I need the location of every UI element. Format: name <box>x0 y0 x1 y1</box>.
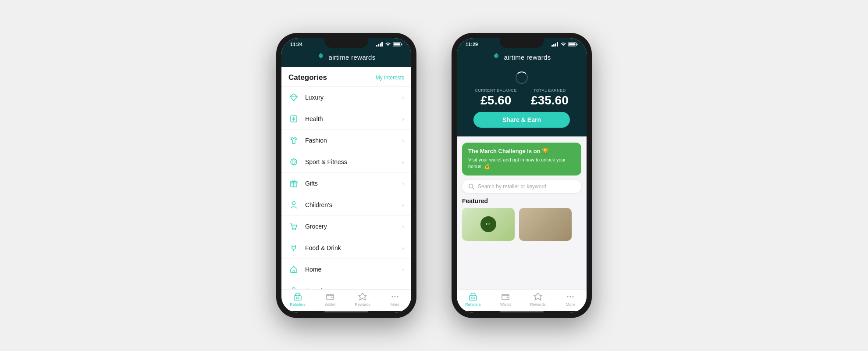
cat-label-grocery: Grocery <box>305 223 396 230</box>
app-title-1: airtime rewards <box>328 54 375 61</box>
cat-arrow-grocery: › <box>402 223 404 230</box>
cat-label-home: Home <box>305 266 396 273</box>
current-balance-value: £5.60 <box>475 93 517 107</box>
home-indicator-2 <box>457 311 587 313</box>
category-item-sport[interactable]: Sport & Fitness › <box>281 151 411 173</box>
more-icon-1 <box>391 292 399 301</box>
rewards-icon-2 <box>534 292 542 301</box>
svg-point-18 <box>292 229 294 230</box>
cat-icon-sport <box>288 157 299 167</box>
svg-point-17 <box>292 202 295 205</box>
svg-point-45 <box>567 296 569 297</box>
categories-content: Categories My Interests Luxury › Health … <box>281 67 411 289</box>
nav-more-2[interactable]: More <box>554 292 587 307</box>
nav-rewards-2[interactable]: Rewards <box>522 292 554 307</box>
balance-row: CURRENT BALANCE £5.60 TOTAL EARNED £35.6… <box>475 88 569 107</box>
category-item-gifts[interactable]: Gifts › <box>281 173 411 194</box>
svg-point-31 <box>397 296 398 297</box>
svg-rect-25 <box>294 296 301 300</box>
nav-retailers-label-2: Retailers <box>465 302 481 307</box>
category-item-childrens[interactable]: Children's › <box>281 194 411 216</box>
retailers-icon <box>293 292 302 301</box>
cat-icon-travel <box>288 286 299 289</box>
svg-rect-42 <box>472 297 474 299</box>
cat-arrow-childrens: › <box>402 201 404 208</box>
app-header-2: airtime rewards <box>457 49 587 67</box>
nav-wallet-label-2: Wallet <box>500 302 511 307</box>
category-item-food[interactable]: Food & Drink › <box>281 237 411 259</box>
svg-rect-33 <box>553 44 555 47</box>
svg-point-13 <box>291 159 297 165</box>
status-icons-1 <box>376 42 402 47</box>
svg-rect-34 <box>555 43 556 47</box>
wallet-icon-2 <box>501 292 510 301</box>
svg-rect-27 <box>327 294 334 300</box>
svg-rect-43 <box>502 294 509 300</box>
notch-1 <box>324 38 368 48</box>
category-item-health[interactable]: Health › <box>281 108 411 130</box>
loading-spinner <box>516 72 528 84</box>
svg-rect-0 <box>376 45 377 47</box>
svg-rect-6 <box>394 43 400 46</box>
featured-section: Featured HF <box>462 197 581 241</box>
svg-rect-22 <box>293 271 295 272</box>
svg-rect-37 <box>577 44 578 45</box>
svg-point-29 <box>392 296 393 297</box>
nav-wallet-1[interactable]: Wallet <box>314 292 346 307</box>
cat-label-luxury: Luxury <box>305 94 396 101</box>
search-bar[interactable]: Search by retailer or keyword <box>462 180 581 193</box>
cat-label-childrens: Children's <box>305 201 396 208</box>
svg-rect-1 <box>378 44 379 47</box>
total-earned-label: TOTAL EARNED <box>531 88 569 93</box>
search-icon <box>468 183 474 190</box>
categories-title: Categories <box>288 73 327 82</box>
phone-1-inner: 11:24 <box>281 38 411 313</box>
featured-title: Featured <box>462 197 581 204</box>
status-bar-1: 11:24 <box>281 38 411 49</box>
category-item-home[interactable]: Home › <box>281 259 411 280</box>
home-indicator-1 <box>281 311 411 313</box>
app-header-1: airtime rewards <box>281 49 411 67</box>
category-item-luxury[interactable]: Luxury › <box>281 87 411 108</box>
category-item-fashion[interactable]: Fashion › <box>281 130 411 151</box>
category-item-grocery[interactable]: Grocery › <box>281 216 411 237</box>
svg-point-47 <box>573 296 574 297</box>
svg-line-40 <box>473 187 474 189</box>
cat-arrow-sport: › <box>402 158 404 165</box>
svg-marker-7 <box>290 94 297 101</box>
nav-retailers-2[interactable]: Retailers <box>457 292 489 307</box>
app-logo-1 <box>317 52 325 62</box>
battery-icon-2 <box>568 42 578 47</box>
bottom-nav-1: Retailers Wallet Rewards <box>281 289 411 311</box>
svg-point-46 <box>570 296 571 297</box>
featured-card-2[interactable] <box>519 208 572 241</box>
nav-wallet-2[interactable]: Wallet <box>489 292 522 307</box>
challenge-card[interactable]: The March Challenge is on 🏆 Visit your w… <box>462 143 581 176</box>
more-icon-2 <box>566 292 575 301</box>
my-interests-link[interactable]: My Interests <box>376 75 404 81</box>
svg-point-28 <box>331 297 333 298</box>
svg-rect-35 <box>557 42 558 47</box>
balance-area: CURRENT BALANCE £5.60 TOTAL EARNED £35.6… <box>457 67 587 136</box>
cat-arrow-home: › <box>402 266 404 273</box>
featured-card-hellofresh[interactable]: HF <box>462 208 515 241</box>
rewards-icon-1 <box>358 292 367 301</box>
cat-icon-childrens <box>288 200 299 210</box>
cat-icon-food <box>288 243 299 253</box>
category-item-travel[interactable]: Travel › <box>281 280 411 289</box>
search-placeholder: Search by retailer or keyword <box>478 183 546 190</box>
battery-icon <box>393 42 402 47</box>
nav-retailers-1[interactable]: Retailers <box>281 292 314 307</box>
airtime-logo-icon <box>317 52 325 60</box>
nav-rewards-1[interactable]: Rewards <box>346 292 379 307</box>
svg-rect-3 <box>381 42 383 47</box>
nav-more-1[interactable]: More <box>379 292 411 307</box>
wallet-icon-1 <box>326 292 334 301</box>
challenge-title: The March Challenge is on 🏆 <box>468 148 575 154</box>
nav-wallet-label-1: Wallet <box>325 302 336 307</box>
nav-more-label-2: More <box>566 302 575 307</box>
nav-retailers-label-1: Retailers <box>290 302 306 307</box>
cat-arrow-luxury: › <box>402 94 404 101</box>
share-earn-button[interactable]: Share & Earn <box>473 112 570 128</box>
signal-icon <box>376 42 383 47</box>
